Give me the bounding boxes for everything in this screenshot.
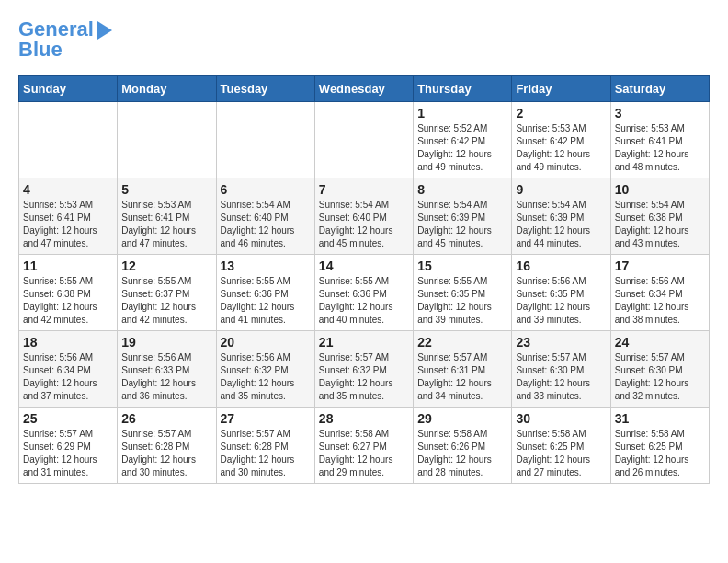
day-info: Sunrise: 5:55 AM Sunset: 6:37 PM Dayligh… (121, 275, 211, 327)
calendar-cell: 1Sunrise: 5:52 AM Sunset: 6:42 PM Daylig… (414, 102, 512, 178)
day-number: 19 (121, 335, 211, 350)
day-info: Sunrise: 5:56 AM Sunset: 6:32 PM Dayligh… (221, 351, 311, 403)
day-number: 25 (23, 411, 113, 426)
day-info: Sunrise: 5:54 AM Sunset: 6:39 PM Dayligh… (516, 199, 606, 250)
calendar-cell: 16Sunrise: 5:56 AM Sunset: 6:35 PM Dayli… (512, 255, 610, 331)
day-info: Sunrise: 5:55 AM Sunset: 6:36 PM Dayligh… (221, 275, 311, 327)
day-info: Sunrise: 5:58 AM Sunset: 6:26 PM Dayligh… (417, 428, 507, 479)
day-info: Sunrise: 5:58 AM Sunset: 6:25 PM Dayligh… (615, 428, 705, 479)
day-info: Sunrise: 5:57 AM Sunset: 6:30 PM Dayligh… (516, 351, 606, 403)
day-number: 26 (121, 411, 211, 426)
day-number: 4 (23, 182, 113, 197)
calendar-cell: 28Sunrise: 5:58 AM Sunset: 6:27 PM Dayli… (314, 408, 413, 484)
calendar-cell: 14Sunrise: 5:55 AM Sunset: 6:36 PM Dayli… (314, 255, 413, 331)
day-info: Sunrise: 5:56 AM Sunset: 6:34 PM Dayligh… (615, 275, 705, 327)
day-info: Sunrise: 5:54 AM Sunset: 6:40 PM Dayligh… (319, 199, 409, 250)
calendar-cell: 25Sunrise: 5:57 AM Sunset: 6:29 PM Dayli… (19, 408, 118, 484)
logo-arrow-icon (97, 21, 112, 40)
calendar-week-4: 18Sunrise: 5:56 AM Sunset: 6:34 PM Dayli… (19, 331, 710, 408)
day-info: Sunrise: 5:57 AM Sunset: 6:30 PM Dayligh… (615, 351, 705, 403)
day-number: 23 (516, 335, 606, 350)
day-number: 29 (417, 411, 507, 426)
day-info: Sunrise: 5:56 AM Sunset: 6:33 PM Dayligh… (121, 351, 211, 403)
day-number: 22 (417, 335, 507, 350)
calendar-cell: 29Sunrise: 5:58 AM Sunset: 6:26 PM Dayli… (414, 408, 512, 484)
column-header-saturday: Saturday (610, 76, 709, 102)
calendar-cell: 24Sunrise: 5:57 AM Sunset: 6:30 PM Dayli… (610, 331, 709, 408)
day-info: Sunrise: 5:53 AM Sunset: 6:41 PM Dayligh… (121, 199, 211, 250)
day-number: 16 (516, 259, 606, 273)
day-number: 1 (417, 106, 507, 121)
calendar-cell: 13Sunrise: 5:55 AM Sunset: 6:36 PM Dayli… (216, 255, 314, 331)
day-info: Sunrise: 5:55 AM Sunset: 6:35 PM Dayligh… (417, 275, 507, 327)
calendar-cell: 15Sunrise: 5:55 AM Sunset: 6:35 PM Dayli… (414, 255, 512, 331)
calendar-cell (19, 102, 118, 178)
calendar-cell: 27Sunrise: 5:57 AM Sunset: 6:28 PM Dayli… (216, 408, 314, 484)
column-header-friday: Friday (512, 76, 610, 102)
calendar-cell (314, 102, 413, 178)
column-header-wednesday: Wednesday (314, 76, 413, 102)
day-number: 2 (516, 106, 606, 121)
day-info: Sunrise: 5:57 AM Sunset: 6:28 PM Dayligh… (121, 428, 211, 479)
day-number: 3 (615, 106, 705, 121)
day-info: Sunrise: 5:53 AM Sunset: 6:41 PM Dayligh… (23, 199, 113, 250)
day-info: Sunrise: 5:55 AM Sunset: 6:36 PM Dayligh… (319, 275, 409, 327)
calendar-week-1: 1Sunrise: 5:52 AM Sunset: 6:42 PM Daylig… (19, 102, 710, 178)
calendar-cell: 2Sunrise: 5:53 AM Sunset: 6:42 PM Daylig… (512, 102, 610, 178)
day-number: 8 (417, 182, 507, 197)
calendar-cell: 9Sunrise: 5:54 AM Sunset: 6:39 PM Daylig… (512, 178, 610, 255)
day-info: Sunrise: 5:53 AM Sunset: 6:41 PM Dayligh… (615, 122, 705, 174)
calendar-week-2: 4Sunrise: 5:53 AM Sunset: 6:41 PM Daylig… (19, 178, 710, 255)
day-number: 7 (319, 182, 409, 197)
calendar-cell: 17Sunrise: 5:56 AM Sunset: 6:34 PM Dayli… (610, 255, 709, 331)
day-info: Sunrise: 5:54 AM Sunset: 6:40 PM Dayligh… (221, 199, 311, 250)
day-info: Sunrise: 5:57 AM Sunset: 6:28 PM Dayligh… (221, 428, 311, 479)
day-number: 12 (121, 259, 211, 273)
calendar-cell: 30Sunrise: 5:58 AM Sunset: 6:25 PM Dayli… (512, 408, 610, 484)
day-number: 5 (121, 182, 211, 197)
calendar-cell: 22Sunrise: 5:57 AM Sunset: 6:31 PM Dayli… (414, 331, 512, 408)
column-header-monday: Monday (118, 76, 216, 102)
page-header: General Blue (18, 18, 710, 61)
day-info: Sunrise: 5:56 AM Sunset: 6:35 PM Dayligh… (516, 275, 606, 327)
calendar-cell: 18Sunrise: 5:56 AM Sunset: 6:34 PM Dayli… (19, 331, 118, 408)
logo-blue: Blue (18, 39, 63, 61)
day-info: Sunrise: 5:57 AM Sunset: 6:29 PM Dayligh… (23, 428, 113, 479)
day-number: 9 (516, 182, 606, 197)
day-info: Sunrise: 5:58 AM Sunset: 6:25 PM Dayligh… (516, 428, 606, 479)
calendar-cell: 21Sunrise: 5:57 AM Sunset: 6:32 PM Dayli… (314, 331, 413, 408)
day-number: 13 (221, 259, 311, 273)
calendar-header-row: SundayMondayTuesdayWednesdayThursdayFrid… (19, 76, 710, 102)
logo: General Blue (18, 18, 112, 61)
calendar-cell: 19Sunrise: 5:56 AM Sunset: 6:33 PM Dayli… (118, 331, 216, 408)
calendar-cell: 11Sunrise: 5:55 AM Sunset: 6:38 PM Dayli… (19, 255, 118, 331)
day-number: 30 (516, 411, 606, 426)
day-number: 24 (615, 335, 705, 350)
calendar-cell: 31Sunrise: 5:58 AM Sunset: 6:25 PM Dayli… (610, 408, 709, 484)
day-info: Sunrise: 5:54 AM Sunset: 6:38 PM Dayligh… (615, 199, 705, 250)
day-info: Sunrise: 5:54 AM Sunset: 6:39 PM Dayligh… (417, 199, 507, 250)
day-info: Sunrise: 5:57 AM Sunset: 6:31 PM Dayligh… (417, 351, 507, 403)
day-number: 27 (221, 411, 311, 426)
calendar-cell (216, 102, 314, 178)
day-number: 21 (319, 335, 409, 350)
day-number: 10 (615, 182, 705, 197)
calendar-cell: 3Sunrise: 5:53 AM Sunset: 6:41 PM Daylig… (610, 102, 709, 178)
day-info: Sunrise: 5:57 AM Sunset: 6:32 PM Dayligh… (319, 351, 409, 403)
day-number: 11 (23, 259, 113, 273)
calendar-cell: 4Sunrise: 5:53 AM Sunset: 6:41 PM Daylig… (19, 178, 118, 255)
column-header-tuesday: Tuesday (216, 76, 314, 102)
day-number: 17 (615, 259, 705, 273)
day-info: Sunrise: 5:53 AM Sunset: 6:42 PM Dayligh… (516, 122, 606, 174)
calendar-week-5: 25Sunrise: 5:57 AM Sunset: 6:29 PM Dayli… (19, 408, 710, 484)
calendar-cell: 5Sunrise: 5:53 AM Sunset: 6:41 PM Daylig… (118, 178, 216, 255)
calendar-cell: 23Sunrise: 5:57 AM Sunset: 6:30 PM Dayli… (512, 331, 610, 408)
calendar-cell: 7Sunrise: 5:54 AM Sunset: 6:40 PM Daylig… (314, 178, 413, 255)
day-number: 14 (319, 259, 409, 273)
calendar-cell: 10Sunrise: 5:54 AM Sunset: 6:38 PM Dayli… (610, 178, 709, 255)
day-number: 15 (417, 259, 507, 273)
column-header-sunday: Sunday (19, 76, 118, 102)
day-number: 28 (319, 411, 409, 426)
calendar-cell: 6Sunrise: 5:54 AM Sunset: 6:40 PM Daylig… (216, 178, 314, 255)
calendar-cell: 12Sunrise: 5:55 AM Sunset: 6:37 PM Dayli… (118, 255, 216, 331)
